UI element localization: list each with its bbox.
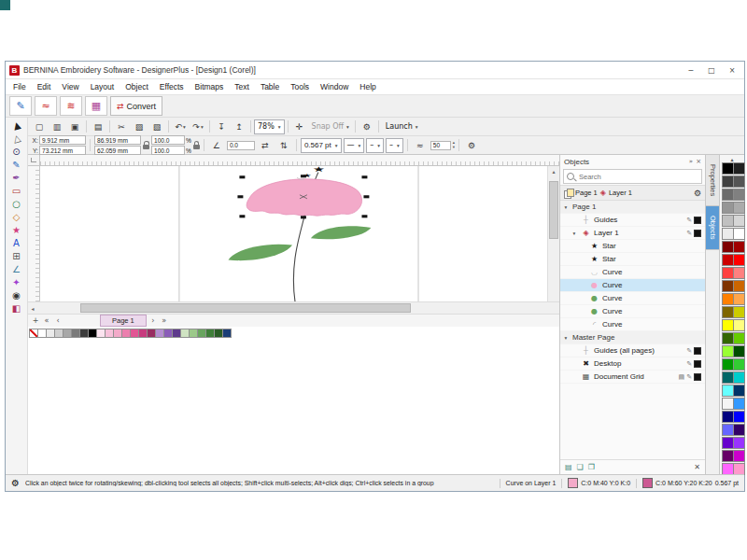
print-icon[interactable]: ▤ [90, 119, 106, 133]
tree-group-row[interactable]: ▾Page 1 [560, 201, 705, 214]
star-tool[interactable]: ★ [7, 224, 25, 237]
object-height-field[interactable]: 62.059 mm [94, 146, 141, 155]
color-swatch[interactable] [733, 215, 745, 227]
color-swatch[interactable] [733, 371, 745, 384]
color-swatch[interactable] [222, 329, 232, 338]
selection-handle[interactable] [361, 175, 367, 178]
side-tab-properties[interactable]: Properties [706, 155, 719, 206]
rotation-field[interactable]: 0.0 [227, 141, 255, 150]
layer-color-chip[interactable] [694, 360, 701, 368]
zoom-tool[interactable]: ⊙ [7, 146, 25, 159]
text-tool[interactable]: A [7, 237, 25, 250]
freehand-tool[interactable]: ✎ [7, 159, 25, 172]
vertical-scroll-thumb[interactable] [549, 181, 558, 239]
tree-group-row[interactable]: ▾Master Page [560, 331, 705, 344]
y-position-field[interactable]: 73.212 mm [39, 146, 86, 155]
pencil-icon[interactable]: ✎ [686, 347, 692, 355]
color-swatch[interactable] [733, 332, 745, 344]
tree-item-row[interactable]: ▦Document Grid▤✎ [560, 371, 705, 384]
pencil-icon[interactable]: ✎ [686, 230, 692, 237]
vertical-scrollbar[interactable]: ▴ [547, 166, 559, 301]
layer-color-chip[interactable] [694, 347, 701, 355]
docker-pin-icon[interactable]: » [689, 158, 693, 165]
tree-item-row[interactable]: ┼Guides (all pages)✎ [560, 344, 705, 357]
page-tab[interactable]: Page 1 [100, 315, 147, 327]
arrow-start-select[interactable]: – ▾ [366, 138, 384, 153]
fill-tool[interactable]: ◧ [7, 302, 25, 315]
color-swatch[interactable] [733, 411, 745, 423]
drawing-area[interactable]: ★ ★ [40, 166, 547, 301]
open-icon[interactable]: ▥ [49, 119, 65, 133]
selection-handle[interactable] [239, 175, 245, 178]
search-box[interactable] [563, 169, 702, 184]
menu-layout[interactable]: Layout [85, 81, 120, 92]
menu-table[interactable]: Table [255, 81, 285, 92]
horizontal-scrollbar[interactable]: ◂ [28, 301, 559, 314]
menu-help[interactable]: Help [354, 81, 381, 92]
ellipse-tool[interactable]: ○ [7, 198, 25, 211]
save-icon[interactable]: ▣ [66, 119, 83, 133]
pencil-icon[interactable]: ✎ [686, 217, 692, 224]
launch-button[interactable]: Launch▾ [382, 122, 422, 131]
scroll-left-icon[interactable]: ◂ [28, 303, 37, 313]
pick-tool[interactable]: ▶ [7, 119, 25, 133]
color-swatch[interactable] [733, 358, 745, 371]
layer-color-chip[interactable] [694, 373, 701, 381]
color-swatch[interactable] [733, 241, 745, 253]
zoom-level-select[interactable]: 78%▾ [254, 119, 285, 134]
horizontal-ruler[interactable] [40, 155, 559, 166]
tree-item-row[interactable]: ✖Desktop✎ [560, 357, 705, 371]
last-page-icon[interactable]: » [160, 316, 169, 325]
first-page-icon[interactable]: « [42, 316, 51, 325]
search-input[interactable] [577, 172, 698, 182]
convert-button[interactable]: ⇄ Convert [110, 96, 162, 116]
selection-handle[interactable] [237, 195, 243, 198]
printer-icon[interactable]: ▤ [679, 373, 685, 381]
leaf-shape[interactable] [311, 226, 372, 239]
tree-item-row[interactable]: ◡Curve [560, 266, 705, 279]
smoothing-stepper[interactable]: ▴▾ [453, 141, 455, 149]
color-swatch[interactable] [733, 254, 745, 266]
color-swatch[interactable] [733, 450, 745, 462]
status-gear-icon[interactable]: ⚙ [11, 478, 20, 488]
menu-object[interactable]: Object [120, 81, 154, 92]
color-swatch[interactable] [733, 280, 745, 292]
ruler-origin[interactable] [28, 155, 40, 166]
tree-item-row[interactable]: ▾◈Layer 1✎ [560, 227, 705, 240]
tree-item-row[interactable]: ●Curve [560, 279, 705, 292]
selection-handle[interactable] [361, 215, 367, 217]
maximize-button[interactable]: □ [703, 64, 720, 77]
color-swatch[interactable] [733, 189, 745, 201]
property-options-icon[interactable]: ⚙ [463, 138, 480, 152]
color-swatch[interactable] [733, 345, 745, 357]
pencil-icon[interactable]: ✎ [686, 373, 692, 381]
artwork-canvas-icon[interactable]: ✎ [9, 96, 32, 116]
previous-page-icon[interactable]: ‹ [53, 316, 63, 325]
color-swatch[interactable] [733, 228, 745, 240]
scroll-up-icon[interactable]: ▴ [548, 166, 559, 175]
new-master-layer-icon[interactable]: ❐ [588, 463, 595, 471]
color-swatch[interactable] [733, 319, 745, 331]
close-button[interactable]: × [724, 64, 740, 77]
selection-handle[interactable] [363, 195, 369, 198]
color-swatch[interactable] [733, 437, 745, 449]
table-tool[interactable]: ⊞ [7, 250, 25, 263]
color-swatch[interactable] [733, 398, 745, 410]
color-swatch[interactable] [733, 385, 745, 397]
menu-view[interactable]: View [56, 81, 84, 92]
color-swatch[interactable] [733, 202, 745, 214]
cut-icon[interactable]: ✂ [113, 119, 130, 133]
dimension-tool[interactable]: ∠ [7, 263, 25, 276]
tree-item-row[interactable]: ◜Curve [560, 318, 705, 331]
outline-pen-tool[interactable]: ◉ [7, 289, 25, 302]
layer-color-chip[interactable] [694, 217, 701, 224]
smoothing-field[interactable]: 50 [430, 141, 451, 150]
eyedropper-tool[interactable]: ✦ [7, 276, 25, 289]
import-icon[interactable]: ↧ [213, 119, 230, 133]
undo-icon[interactable]: ↶▾ [172, 119, 189, 133]
options-icon[interactable]: ⚙ [359, 119, 375, 133]
selection-handle[interactable] [301, 216, 306, 218]
selection-handle[interactable] [239, 215, 245, 217]
outline-width-select[interactable]: 0.567 pt ▾ [301, 138, 342, 153]
menu-effects[interactable]: Effects [154, 81, 190, 92]
